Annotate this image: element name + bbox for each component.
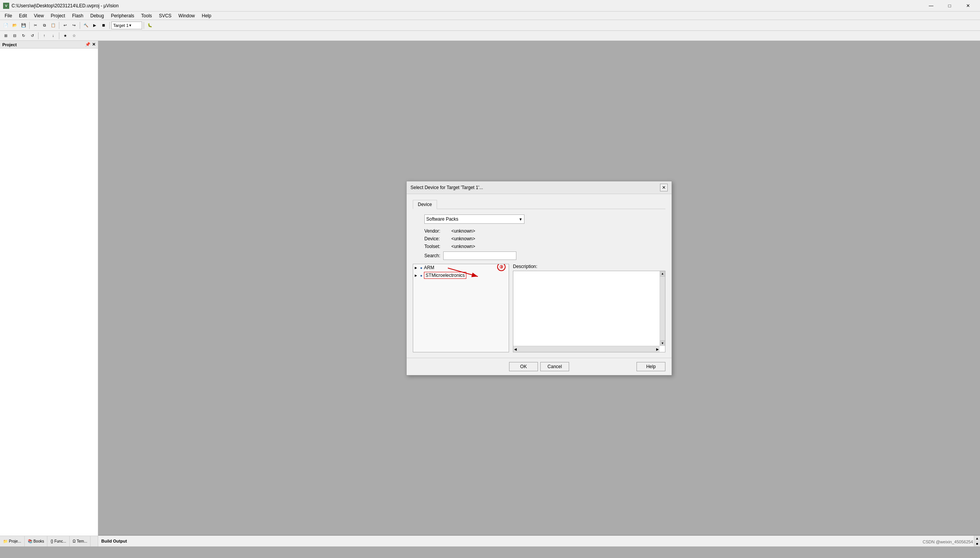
scroll-up-arrow[interactable]: ▲ [660,271,665,276]
toolbar-stop[interactable]: ⏹ [99,21,108,30]
toolbar-sep-3 [80,22,80,29]
dialog-tab-device[interactable]: Device [413,200,437,209]
toolbar-new[interactable]: 📄 [2,21,10,30]
menu-project[interactable]: Project [48,12,68,20]
toolset-value: <unknown> [451,244,475,249]
toolbar2-btn4[interactable]: ↺ [28,32,37,40]
select-device-dialog: Select Device for Target 'Target 1'... ✕… [406,181,672,375]
toolbar-undo[interactable]: ↩ [61,21,69,30]
sidebar-tabs: 📁 Proje... 📚 Books {} Func... Ω Tem... [0,536,98,546]
toolbar-run[interactable]: ▶ [90,21,99,30]
tree-item-arm[interactable]: ▶ ● ARM [413,264,509,271]
project-tab-label: Proje... [9,539,21,543]
toolbar-build[interactable]: 🔨 [82,21,90,30]
sidebar-close-icon[interactable]: ✕ [92,42,95,47]
node-icon-arm: ● [420,266,422,270]
menu-tools[interactable]: Tools [138,12,155,20]
toolbar2-sep-2 [59,32,59,39]
toolbar-paste[interactable]: 📋 [49,21,57,30]
dialog-close-button[interactable]: ✕ [660,184,668,191]
toolbar2-btn5[interactable]: ↑ [40,32,49,40]
footer-left [413,362,509,371]
scroll-left-arrow[interactable]: ◀ [514,347,517,351]
window-close-button[interactable]: ✕ [959,0,977,12]
search-input[interactable] [443,251,516,260]
title-bar: V C:\Users\wj\Desktop\20231214\LED.uvpro… [0,0,980,12]
sidebar-title: Project [2,42,17,47]
toolbar-open[interactable]: 📂 [10,21,19,30]
sidebar-tab-books[interactable]: 📚 Books [25,536,48,546]
desc-panel: ▲ ▼ ◀ ▶ [513,271,665,352]
toolbar-sep-5 [144,22,144,29]
toolbar2-btn6[interactable]: ↓ [49,32,57,40]
device-value: <unknown> [451,236,475,241]
main-area: Project 📌 ✕ 📁 Proje... 📚 Books {} Func..… [0,41,980,546]
tree-item-stm[interactable]: ▶ ● STMicroelectronics [413,271,509,280]
sidebar-header-icons: 📌 ✕ [85,42,95,47]
menu-view[interactable]: View [31,12,47,20]
menu-file[interactable]: File [2,12,15,20]
tree-panel: ▶ ● ARM ▶ ● STMicroelectronics [413,264,509,352]
toolbar2-sep-1 [38,32,39,39]
search-label: Search: [424,253,440,258]
software-packs-dropdown[interactable]: Software Packs ▼ [424,214,524,224]
watermark: CSDN @weixin_45056254 [923,540,973,544]
books-tab-icon: 📚 [28,539,32,543]
toolbar-copy[interactable]: ⧉ [40,21,49,30]
project-tab-icon: 📁 [3,539,8,543]
menu-window[interactable]: Window [175,12,198,20]
tree-label-arm: ARM [424,265,434,270]
main-content: Select Device for Target 'Target 1'... ✕… [98,41,980,546]
menu-debug[interactable]: Debug [87,12,107,20]
desc-scrollbar-vertical[interactable]: ▲ ▼ [660,271,665,346]
toolbar-redo[interactable]: ↪ [70,21,78,30]
toolbar2-btn1[interactable]: ⊞ [2,32,10,40]
build-output: Build Output ▲ ■ [98,535,980,546]
toolbar-save[interactable]: 💾 [19,21,28,30]
scroll-down-arrow[interactable]: ▼ [660,340,665,346]
toolbar2-btn7[interactable]: ★ [61,32,69,40]
modal-overlay: Select Device for Target 'Target 1'... ✕… [98,41,980,546]
sidebar-tab-temp[interactable]: Ω Tem... [70,536,91,546]
target-dropdown[interactable]: Target 1 ▼ [111,22,142,29]
dialog-body: Device Software Packs ▼ Vendor: <unknown… [407,194,672,358]
sidebar-tab-project[interactable]: 📁 Proje... [0,536,25,546]
toolbar2-btn3[interactable]: ↻ [19,32,28,40]
temp-tab-label: Tem... [77,539,87,543]
sidebar-tab-func[interactable]: {} Func... [47,536,69,546]
desc-scrollbar-horizontal[interactable]: ◀ ▶ [513,346,660,352]
toolbar2-btn2[interactable]: ⊟ [10,32,19,40]
vendor-label: Vendor: [424,228,451,234]
menu-help[interactable]: Help [199,12,214,20]
sidebar-content [0,49,98,536]
menu-peripherals[interactable]: Peripherals [108,12,137,20]
build-collapse-icon[interactable]: ■ [976,542,978,546]
sidebar-header: Project 📌 ✕ [0,41,98,49]
help-button[interactable]: Help [637,362,665,371]
dialog-title: Select Device for Target 'Target 1'... [410,185,483,190]
toolset-label: Toolset: [424,244,451,249]
toolbar-cut[interactable]: ✂ [31,21,40,30]
sidebar: Project 📌 ✕ 📁 Proje... 📚 Books {} Func..… [0,41,98,546]
menu-svcs[interactable]: SVCS [156,12,175,20]
cancel-button[interactable]: Cancel [540,362,569,371]
device-row: Device: <unknown> [413,236,665,241]
menu-flash[interactable]: Flash [69,12,86,20]
node-icon-stm: ● [420,273,422,278]
ok-button[interactable]: OK [509,362,538,371]
minimize-button[interactable]: — [922,0,940,12]
search-row: Search: [413,251,665,260]
scroll-right-arrow[interactable]: ▶ [656,347,659,351]
vendor-value: <unknown> [451,228,475,234]
toolbar2-btn8[interactable]: ☆ [70,32,78,40]
main-toolbar: 📄 📂 💾 ✂ ⧉ 📋 ↩ ↪ 🔨 ▶ ⏹ Target 1 ▼ 🐛 [0,20,980,31]
expand-icon-arm: ▶ [415,266,419,270]
build-expand-icon[interactable]: ▲ [975,536,979,540]
menu-edit[interactable]: Edit [16,12,30,20]
func-tab-label: Func... [54,539,66,543]
title-bar-left: V C:\Users\wj\Desktop\20231214\LED.uvpro… [3,3,119,9]
footer-right: Help [569,362,665,371]
maximize-button[interactable]: □ [941,0,958,12]
build-output-label: Build Output [101,539,127,543]
toolbar-debug[interactable]: 🐛 [146,21,154,30]
